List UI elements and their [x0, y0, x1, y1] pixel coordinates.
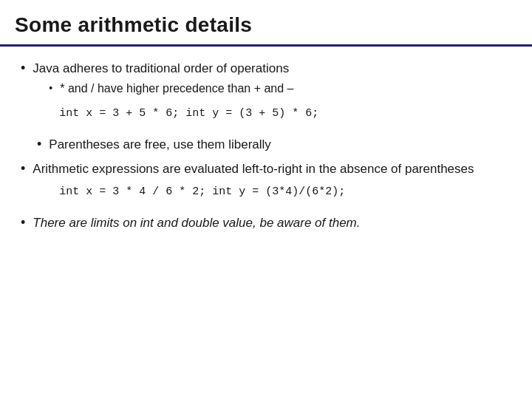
- code-block-1: int x = 3 + 5 * 6; int y = (3 + 5) * 6;: [33, 100, 318, 129]
- bullet-2: • Arithmetic expressions are evaluated l…: [21, 160, 511, 206]
- sub-bullet-1-1-text: * and / have higher precedence than + an…: [60, 81, 293, 97]
- bullet-1: • Java adheres to traditional order of o…: [21, 60, 511, 129]
- slide-content: • Java adheres to traditional order of o…: [0, 47, 532, 248]
- bullet-dot-1-sub2: •: [37, 137, 41, 152]
- code-2-text: int x = 3 * 4 / 6 * 2; int y = (3*4)/(6*…: [59, 185, 345, 198]
- sub-bullet-1-1: • * and / have higher precedence than + …: [49, 81, 318, 97]
- slide: Some arithmetic details • Java adheres t…: [0, 0, 532, 399]
- sub-bullet-dot-1-1: •: [49, 82, 52, 94]
- code-1-text: int x = 3 + 5 * 6; int y = (3 + 5) * 6;: [59, 107, 318, 120]
- bullet-section-1: • Java adheres to traditional order of o…: [21, 60, 511, 153]
- sub-bullets-1: • * and / have higher precedence than + …: [49, 81, 318, 97]
- bullet-section-3: • There are limits on int and double val…: [21, 214, 511, 232]
- bullet-3: • There are limits on int and double val…: [21, 214, 511, 232]
- bullet-3-text: There are limits on int and double value…: [33, 214, 360, 232]
- bullet-dot-1: •: [21, 61, 25, 76]
- bullet-1-text: Java adheres to traditional order of ope…: [33, 61, 289, 75]
- bullet-1-sub2-text: Parentheses are free, use them liberally: [49, 136, 271, 154]
- title-bar: Some arithmetic details: [0, 0, 532, 47]
- bullet-section-2: • Arithmetic expressions are evaluated l…: [21, 160, 511, 206]
- bullet-dot-2: •: [21, 161, 25, 177]
- slide-title: Some arithmetic details: [15, 13, 252, 36]
- bullet-2-text: Arithmetic expressions are evaluated lef…: [33, 162, 474, 176]
- code-block-2: int x = 3 * 4 / 6 * 2; int y = (3*4)/(6*…: [33, 178, 474, 207]
- bullet-1-sub2: • Parentheses are free, use them liberal…: [37, 136, 511, 154]
- bullet-dot-3: •: [21, 215, 25, 231]
